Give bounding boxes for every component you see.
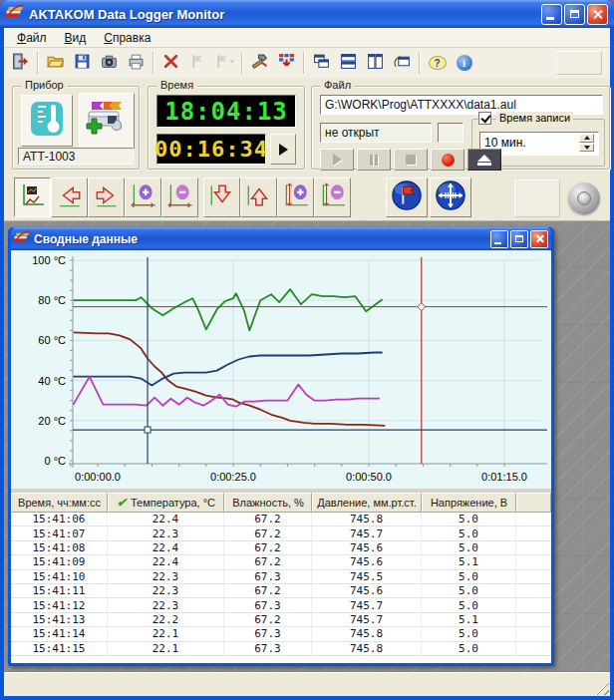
data-grid-icon [278,53,295,74]
zoom-y-out-icon [319,180,347,214]
table-row[interactable]: 15:41:0722.367.2745.75.0 [11,526,551,540]
marker-right-button[interactable] [212,51,237,76]
scroll-right-button[interactable] [88,177,125,217]
summary-maximize-button[interactable] [510,230,528,248]
pause-button[interactable] [357,149,391,171]
resize-grip[interactable] [595,681,609,695]
chart-toolbar-spacer-panel [514,179,560,217]
svg-text:20 °C: 20 °C [38,415,66,427]
snapshot-button[interactable] [97,51,122,76]
exit-button[interactable] [8,51,33,76]
about-button[interactable]: i [452,51,476,76]
spinner-up-button[interactable] [579,134,594,143]
scroll-left-button[interactable] [51,177,88,217]
control-panel-row: Прибор АТТ-1003 Время 18:04:13 00:16:34 [4,78,610,175]
arrow-up-icon [245,180,273,214]
close-button[interactable] [587,4,608,25]
minimize-button[interactable] [541,4,562,25]
arrange-windows-button[interactable] [390,51,415,76]
svg-text:0:01:15.0: 0:01:15.0 [481,471,527,483]
summary-chart[interactable]: 0 °C20 °C40 °C60 °C80 °C100 °C0:00:00.00… [11,250,551,488]
eject-button[interactable] [467,149,501,171]
zoom-x-out-button[interactable] [161,177,198,217]
column-header-time[interactable]: Время, чч:мм:сс [11,493,108,513]
delete-button[interactable] [158,51,183,76]
table-row[interactable]: 15:41:1122.367.2745.65.0 [11,584,551,598]
table-row[interactable]: 15:41:1522.167.3745.85.0 [11,642,551,656]
window-title: AKTAKOM Data Logger Monitor [29,7,539,22]
scroll-up-button[interactable] [240,177,277,217]
open-file-button[interactable] [43,51,68,76]
elapsed-display: 00:16:34 [156,134,266,165]
stop-button[interactable] [394,149,428,171]
device-setup-button[interactable] [247,51,272,76]
tile-horizontal-button[interactable] [336,51,361,76]
print-button[interactable] [124,51,149,76]
marker-left-button[interactable] [185,51,210,76]
spinner-down-button[interactable] [579,144,594,153]
marker-right-icon [214,53,235,74]
menu-help[interactable]: Справка [95,29,159,47]
zoom-y-in-button[interactable] [277,177,314,217]
save-floppy-icon [74,53,91,74]
flag-marker-button[interactable] [386,177,428,217]
file-status-field: не открыт [320,123,432,143]
info-icon: i [457,55,472,71]
svg-text:0 °C: 0 °C [44,455,66,467]
column-header-temperature[interactable]: ✔Температура, °C [108,493,224,513]
maximize-button[interactable] [564,4,585,25]
summary-window: Сводные данные 0 °C20 °C40 °C60 °C80 °C1… [8,227,554,666]
column-header-humidity[interactable]: Влажность, % [224,493,312,513]
thermometer-button[interactable] [21,95,73,147]
menu-file[interactable]: Файл [8,29,56,47]
tools-icon [251,53,268,74]
menu-view[interactable]: Вид [56,29,96,47]
table-header-row: Время, чч:мм:сс ✔Температура, °C Влажнос… [11,493,551,513]
scroll-down-button[interactable] [203,177,240,217]
elapsed-mode-button[interactable] [270,134,296,165]
summary-logo-icon [14,230,30,248]
summary-titlebar[interactable]: Сводные данные [11,227,551,250]
column-header-voltage[interactable]: Напряжение, В [422,493,516,513]
table-row[interactable]: 15:41:0622.467.2745.85.0 [11,513,551,526]
summary-window-title: Сводные данные [34,232,488,246]
toolbar-separator [303,52,305,74]
open-folder-icon [47,53,64,74]
table-row[interactable]: 15:41:0822.467.2745.65.0 [11,541,551,555]
device-plug-icon [84,96,130,146]
time-group-label: Время [156,79,197,91]
table-row[interactable]: 15:41:1422.167.3745.85.0 [11,627,551,641]
svg-text:0:00:00.0: 0:00:00.0 [75,471,121,483]
file-counter-field [438,123,463,143]
summary-table: Время, чч:мм:сс ✔Температура, °C Влажнос… [11,493,551,663]
column-header-pressure[interactable]: Давление, мм.рт.ст. [312,493,422,513]
knob-decoration [568,182,600,214]
summary-minimize-button[interactable] [490,230,508,248]
svg-text:60 °C: 60 °C [38,334,66,346]
record-button[interactable] [431,149,464,171]
table-row[interactable]: 15:41:1222.367.3745.75.0 [11,598,551,612]
play-button[interactable] [320,149,354,171]
tile-vertical-button[interactable] [363,51,388,76]
table-row[interactable]: 15:41:1322.267.2745.75.1 [11,613,551,627]
cascade-windows-button[interactable] [309,51,334,76]
zoom-x-in-button[interactable] [125,177,161,217]
save-button[interactable] [70,51,95,76]
zoom-x-out-icon [166,180,194,214]
chart-home-button[interactable] [14,177,51,217]
connect-device-button[interactable] [79,93,135,149]
crosshair-cursor-button[interactable] [430,177,471,217]
record-time-checkbox[interactable] [478,112,491,125]
help-button[interactable]: ? [425,51,450,76]
chart-toolbar [4,175,610,221]
client-area: Файл Вид Справка ? i [4,28,610,696]
table-row[interactable]: 15:41:0922.467.2745.65.1 [11,555,551,569]
table-row[interactable]: 15:41:1022.367.3745.55.0 [11,570,551,584]
summary-close-button[interactable] [530,230,548,248]
marker-left-icon [189,53,206,74]
data-view-button[interactable] [274,51,299,76]
column-header-stub [516,493,551,513]
record-icon [442,154,455,167]
zoom-y-out-button[interactable] [314,177,351,217]
mdi-background: Сводные данные 0 °C20 °C40 °C60 °C80 °C1… [4,221,610,672]
